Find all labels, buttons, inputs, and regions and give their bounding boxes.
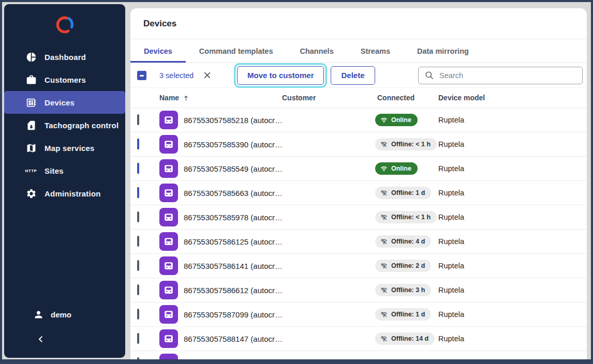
status-label: Offline: 14 d [391, 335, 428, 342]
status-badge: Offline: < 1 h [375, 211, 437, 223]
table-row[interactable]: 867553057586141 (autocr… Offline: 2 d Ru… [130, 254, 587, 278]
status-badge: Offline: 3 h [375, 284, 431, 296]
sidebar-spacer [4, 205, 125, 303]
row-checkbox[interactable] [137, 114, 139, 125]
sidebar-item-dashboard[interactable]: Dashboard [4, 46, 125, 68]
connected-cell: Offline: 3 h [375, 284, 438, 296]
column-header-model[interactable]: Device model [438, 94, 587, 102]
row-checkbox[interactable] [137, 284, 139, 295]
device-model: Ruptela [438, 237, 587, 246]
device-name: 867553057587099 (autocr… [184, 310, 283, 319]
map-icon [25, 142, 37, 154]
row-checkbox[interactable] [137, 187, 139, 198]
vehicle-icon [159, 135, 178, 154]
device-name: 867553057588147 (autocr… [184, 335, 283, 343]
sidebar-user[interactable]: demo [4, 303, 125, 326]
table-row[interactable]: 867553057588147 (autocr… Offline: 14 d R… [130, 327, 587, 351]
table-row[interactable]: 867553057585218 (autocr… Online Ruptela [130, 108, 587, 132]
device-model: Ruptela [438, 213, 587, 221]
tab-channels[interactable]: Channels [286, 39, 347, 63]
sidebar-item-devices[interactable]: Devices [4, 91, 125, 114]
search-input[interactable] [439, 71, 582, 80]
status-badge: Offline: 1 d [375, 308, 431, 321]
table-row[interactable]: 867553057585390 (autocr… Offline: < 1 h … [130, 132, 587, 157]
sidebar-item-label: Dashboard [45, 53, 86, 62]
tab-devices[interactable]: Devices [130, 39, 186, 63]
chevron-left-icon [36, 335, 46, 346]
tab-streams[interactable]: Streams [347, 39, 404, 63]
tab-data-mirroring[interactable]: Data mirroring [404, 39, 482, 63]
table-row[interactable]: 867553057585549 (autocr… Online Ruptela [130, 157, 587, 181]
connected-cell: Offline: 14 d [375, 332, 438, 345]
tachograph-icon [25, 119, 37, 131]
brand-logo [4, 4, 125, 46]
connected-cell: Offline: 2 d [375, 260, 438, 272]
column-header-name[interactable]: Name [159, 94, 282, 102]
status-badge: Online [375, 162, 418, 175]
clear-selection-icon[interactable] [201, 69, 213, 82]
select-all-checkbox[interactable] [137, 71, 146, 80]
sidebar-item-map-services[interactable]: Map services [4, 136, 125, 159]
sidebar-item-sites[interactable]: HTTPSites [4, 159, 125, 182]
name-cell: 867553057586141 (autocr… [159, 256, 282, 275]
checkbox-cell [137, 358, 159, 359]
table-row[interactable]: 867553057585978 (autocr… Offline: < 1 h … [130, 205, 587, 230]
connected-cell: Online [375, 114, 438, 126]
tab-command-templates[interactable]: Command templates [186, 39, 287, 63]
column-header-connected[interactable]: Connected [375, 94, 438, 102]
devices-icon [25, 96, 37, 109]
sidebar-collapse-button[interactable] [4, 326, 125, 355]
row-checkbox[interactable] [137, 236, 139, 247]
person-icon [32, 308, 45, 321]
sidebar-item-label: Customers [45, 75, 86, 84]
table-body: 867553057585218 (autocr… Online Ruptela … [130, 108, 587, 359]
name-cell: 867553057588147 (autocr… [159, 329, 282, 348]
device-model: Ruptela [438, 262, 587, 270]
search-icon [424, 70, 434, 80]
move-to-customer-button[interactable]: Move to customer [237, 66, 324, 85]
checkbox-cell [137, 237, 159, 246]
dashboard-icon [25, 51, 37, 63]
status-badge: Offline: 2 d [375, 260, 431, 272]
app-window: DashboardCustomersDevicesTachograph cont… [0, 0, 593, 364]
connected-cell: Offline: < 1 h [375, 138, 438, 150]
row-checkbox[interactable] [137, 357, 139, 359]
gear-icon [25, 187, 37, 200]
table-header: Name Customer Connected Device model [130, 88, 587, 108]
status-badge: Offline: < 1 h [375, 138, 437, 150]
wifi-icon [380, 286, 388, 294]
device-model: Ruptela [438, 335, 587, 343]
vehicle-icon [159, 305, 178, 324]
table-row-partial[interactable] [130, 351, 587, 359]
table-row[interactable]: 867553057586125 (autocr… Offline: 4 d Ru… [130, 230, 587, 254]
device-name: 867553057585218 (autocr… [184, 116, 283, 125]
checkbox-cell [137, 188, 159, 198]
row-checkbox[interactable] [137, 333, 139, 344]
table-row[interactable]: 867553057587099 (autocr… Offline: 1 d Ru… [130, 302, 587, 327]
customers-icon [25, 73, 37, 86]
vehicle-icon [159, 256, 178, 275]
row-checkbox[interactable] [137, 211, 139, 222]
name-cell: 867553057585218 (autocr… [159, 111, 282, 129]
name-cell: 867553057585549 (autocr… [159, 159, 282, 178]
sidebar-item-tachograph-control[interactable]: Tachograph control [4, 114, 125, 136]
search-box[interactable] [418, 67, 583, 84]
column-header-customer[interactable]: Customer [282, 94, 375, 102]
tab-bar: DevicesCommand templatesChannelsStreamsD… [130, 39, 587, 63]
username-label: demo [51, 310, 71, 319]
sort-asc-icon [182, 94, 190, 102]
table-row[interactable]: 867553057586612 (autocr… Offline: 3 h Ru… [130, 278, 587, 302]
sidebar-item-administration[interactable]: Administration [4, 182, 125, 205]
row-checkbox[interactable] [137, 260, 139, 271]
vehicle-icon [159, 184, 178, 202]
device-model: Ruptela [438, 116, 587, 124]
row-checkbox[interactable] [137, 309, 139, 320]
table-row[interactable]: 867553057585663 (autocr… Offline: 1 d Ru… [130, 181, 587, 205]
delete-button[interactable]: Delete [331, 66, 375, 85]
row-checkbox[interactable] [137, 163, 139, 174]
sidebar-item-customers[interactable]: Customers [4, 68, 125, 91]
vehicle-icon [159, 111, 178, 129]
status-label: Offline: 2 d [391, 262, 425, 269]
device-name: 867553057585549 (autocr… [184, 164, 283, 173]
row-checkbox[interactable] [137, 139, 139, 149]
